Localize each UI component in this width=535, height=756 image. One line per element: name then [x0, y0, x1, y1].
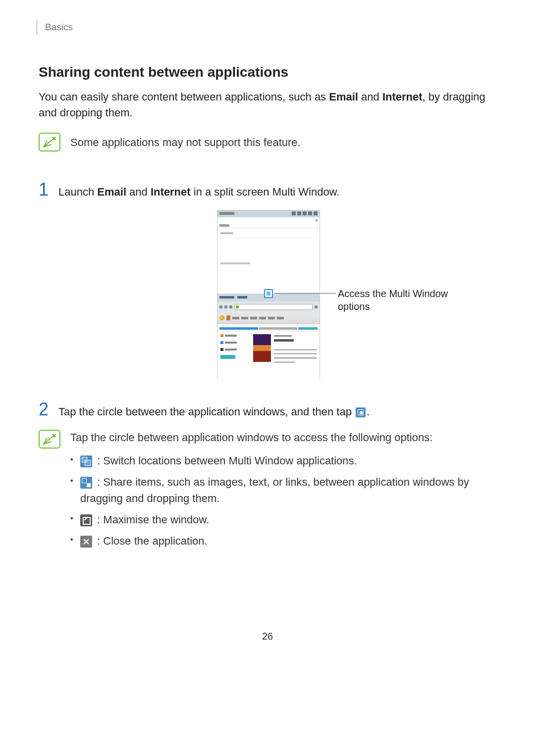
option-share: : Share items, such as images, text, or … [70, 474, 498, 506]
figure-container: Access the Multi Window options [39, 210, 498, 379]
multi-window-handle-icon [264, 289, 273, 298]
option-close: : Close the application. [70, 533, 498, 549]
section-heading: Sharing content between applications [39, 64, 498, 80]
page-number: 26 [262, 631, 273, 642]
email-pane [217, 210, 320, 294]
step-number-1: 1 [39, 179, 51, 200]
maximize-icon [80, 514, 92, 526]
step-number-2: 2 [39, 399, 51, 420]
note-icon [39, 133, 60, 151]
callout-text: Access the Multi Window options [338, 287, 457, 313]
step-2-text: Tap the circle between the application w… [58, 401, 370, 420]
split-screen-figure [217, 210, 320, 379]
breadcrumb: Basics [45, 22, 73, 33]
internet-pane [217, 294, 320, 379]
close-icon [80, 536, 92, 548]
switch-windows-icon [80, 455, 92, 467]
options-list: : Switch locations between Multi Window … [70, 453, 498, 549]
note-text: Some applications may not support this f… [70, 133, 301, 151]
note-icon [39, 430, 60, 449]
option-maximize: : Maximise the window. [70, 511, 498, 528]
share-items-icon [80, 477, 92, 489]
options-intro: Tap the circle between application windo… [70, 430, 498, 446]
share-icon [356, 407, 366, 417]
intro-paragraph: You can easily share content between app… [39, 89, 498, 121]
step-1-text: Launch Email and Internet in a split scr… [58, 181, 339, 200]
option-switch: : Switch locations between Multi Window … [70, 453, 498, 469]
